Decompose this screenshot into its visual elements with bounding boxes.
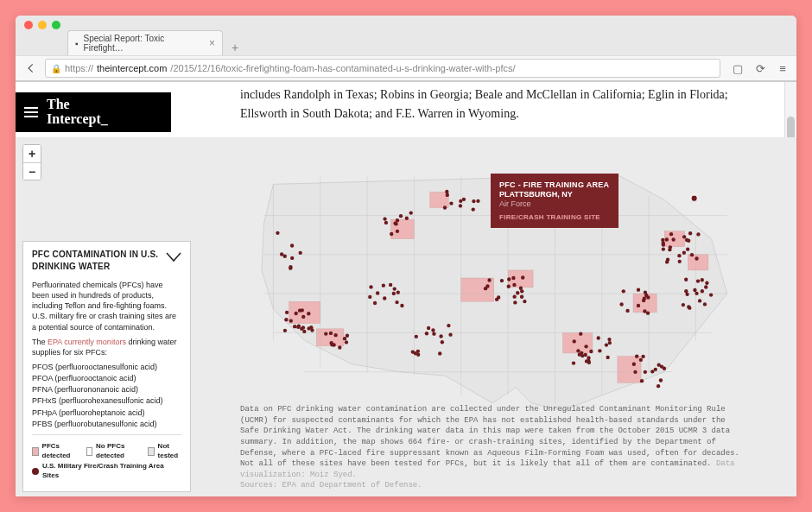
svg-point-44 (290, 243, 294, 247)
svg-point-25 (296, 326, 300, 329)
highlighted-site-dot[interactable] (691, 195, 697, 201)
close-tab-icon[interactable]: × (209, 38, 215, 48)
back-arrow-icon (25, 62, 37, 74)
svg-point-42 (289, 265, 292, 269)
close-window-button[interactable] (24, 21, 33, 29)
svg-point-45 (290, 256, 294, 260)
svg-point-152 (690, 253, 694, 256)
chevron-down-icon (166, 252, 181, 262)
pfc-item: PFOS (perfluorooctanesulfonic acid) (32, 362, 181, 372)
minimize-window-button[interactable] (38, 21, 47, 29)
svg-point-130 (635, 354, 638, 357)
svg-point-191 (411, 350, 415, 353)
pocket-icon[interactable]: ▢ (731, 61, 745, 75)
svg-point-150 (696, 232, 700, 236)
svg-point-168 (695, 292, 698, 295)
site-logo[interactable]: The Intercept_ (47, 98, 108, 127)
svg-point-128 (632, 363, 636, 366)
svg-point-131 (657, 363, 661, 367)
tooltip-title: PFC - FIRE TRAINING AREA (499, 180, 610, 189)
svg-point-55 (394, 222, 397, 225)
zoom-in-button[interactable]: + (23, 145, 41, 162)
svg-point-64 (462, 198, 466, 201)
svg-point-116 (573, 339, 576, 343)
svg-point-195 (416, 353, 420, 357)
maximize-window-button[interactable] (52, 21, 60, 29)
zoom-controls: + − (22, 144, 41, 180)
svg-point-69 (520, 295, 523, 299)
svg-point-138 (662, 243, 665, 246)
url-path: /2015/12/16/toxic-firefighting-foam-has-… (170, 63, 515, 73)
svg-point-135 (666, 258, 669, 262)
svg-point-84 (516, 291, 519, 294)
svg-point-63 (472, 207, 475, 211)
tab-bar: ▪ Special Report: Toxic Firefight… × + (16, 35, 796, 55)
svg-point-68 (521, 275, 524, 279)
svg-point-59 (459, 204, 462, 207)
legend-row: U.S. Military Fire/Crash Training Area S… (32, 462, 181, 481)
svg-point-21 (300, 327, 303, 331)
svg-point-207 (368, 295, 371, 299)
map-caption: Data on PFC drinking water contamination… (240, 404, 745, 491)
svg-point-37 (343, 337, 346, 340)
svg-point-27 (283, 329, 287, 332)
collapse-panel-button[interactable] (166, 249, 181, 268)
browser-tab[interactable]: ▪ Special Report: Toxic Firefight… × (67, 30, 223, 55)
toolbar-icons: ▢ ⟳ ≡ (731, 61, 790, 75)
pfc-item: PFBS (perfluorobutanesulfonic acid) (32, 419, 181, 429)
svg-point-35 (324, 332, 327, 335)
svg-point-126 (657, 384, 660, 388)
menu-icon[interactable]: ≡ (776, 61, 790, 75)
svg-point-85 (495, 298, 498, 301)
page-content: includes Randolph in Texas; Robins in Ge… (16, 82, 796, 496)
svg-point-79 (523, 300, 526, 303)
hamburger-menu-button[interactable] (24, 107, 38, 117)
svg-point-166 (682, 303, 685, 307)
svg-point-154 (693, 288, 696, 292)
svg-point-140 (678, 260, 682, 263)
url-prefix: https:// (65, 63, 93, 73)
svg-point-189 (438, 351, 441, 355)
svg-point-129 (644, 370, 647, 374)
svg-point-158 (696, 279, 700, 282)
svg-point-119 (639, 358, 643, 362)
svg-point-17 (301, 315, 305, 319)
tooltip-branch: Air Force (499, 199, 610, 208)
svg-point-43 (299, 251, 302, 255)
svg-point-155 (705, 281, 708, 285)
new-tab-button[interactable]: + (226, 40, 244, 55)
svg-point-46 (280, 252, 283, 256)
svg-point-20 (285, 311, 289, 314)
svg-point-31 (329, 332, 333, 335)
svg-point-66 (449, 201, 453, 205)
svg-point-160 (684, 289, 688, 293)
lock-icon: 🔒 (51, 64, 61, 73)
svg-point-147 (685, 238, 688, 242)
back-button[interactable] (22, 60, 40, 77)
svg-point-18 (302, 330, 306, 333)
browser-chrome: ▪ Special Report: Toxic Firefight… × + 🔒… (16, 16, 796, 82)
svg-point-146 (671, 237, 675, 241)
zoom-out-button[interactable]: − (23, 162, 41, 180)
tab-title: Special Report: Toxic Firefight… (84, 34, 204, 53)
pfc-item: PFOA (perfluorooctanoic acid) (32, 373, 181, 383)
url-bar[interactable]: 🔒 https://theintercept.com/2015/12/16/to… (45, 59, 720, 78)
svg-point-170 (637, 288, 640, 292)
svg-point-193 (415, 335, 418, 338)
epa-monitors-link[interactable]: EPA currently monitors (48, 338, 126, 346)
svg-point-82 (511, 276, 515, 280)
svg-point-108 (606, 356, 609, 359)
info-panel-title: PFC CONTAMINATION IN U.S. DRINKING WATER (32, 249, 166, 272)
svg-point-49 (390, 232, 393, 236)
svg-point-178 (619, 302, 623, 306)
svg-point-173 (637, 304, 640, 307)
svg-point-101 (589, 350, 593, 353)
legend-row: PFCs detected No PFCs detected Not teste… (32, 442, 181, 461)
svg-point-206 (376, 291, 379, 294)
reload-button[interactable]: ⟳ (753, 61, 767, 75)
svg-point-19 (310, 328, 314, 332)
svg-point-149 (662, 247, 665, 250)
svg-point-153 (686, 248, 689, 251)
svg-point-117 (585, 359, 588, 363)
svg-point-156 (684, 278, 688, 281)
